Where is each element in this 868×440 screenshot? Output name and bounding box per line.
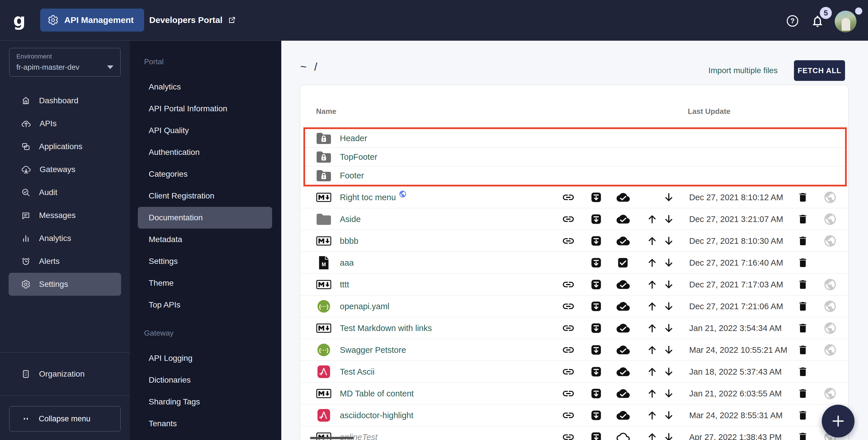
save-icon[interactable] [590, 278, 602, 291]
link-icon[interactable] [562, 234, 575, 247]
globe-icon[interactable] [823, 321, 837, 335]
sidebar-item-alerts[interactable]: Alerts [9, 250, 121, 273]
page-name-link[interactable]: asciidoctor-highlight [340, 410, 413, 420]
settings-nav-item-authentication[interactable]: Authentication [130, 141, 281, 163]
page-name-link[interactable]: tttt [340, 280, 349, 289]
page-name-link[interactable]: Swagger Petstore [340, 345, 406, 354]
move-down-icon[interactable] [663, 345, 674, 355]
api-management-button[interactable]: API Management [40, 9, 144, 32]
move-down-icon[interactable] [663, 279, 674, 290]
settings-nav-item-api-portal-information[interactable]: API Portal Information [130, 98, 281, 120]
trash-icon[interactable] [797, 235, 809, 247]
move-up-icon[interactable] [647, 236, 657, 246]
move-down-icon[interactable] [663, 192, 674, 203]
sidebar-item-audit[interactable]: Audit [9, 181, 121, 204]
save-icon[interactable] [590, 191, 602, 204]
move-up-icon[interactable] [647, 432, 657, 440]
save-icon[interactable] [590, 257, 602, 269]
link-icon[interactable] [562, 212, 575, 226]
trash-icon[interactable] [797, 301, 809, 312]
sidebar-item-dashboard[interactable]: Dashboard [9, 89, 121, 112]
published-check-icon[interactable] [617, 257, 629, 269]
move-down-icon[interactable] [663, 388, 674, 399]
unpublished-cloud-icon[interactable] [617, 431, 630, 440]
page-name-link[interactable]: openapi.yaml [340, 301, 390, 311]
move-up-icon[interactable] [647, 323, 657, 333]
user-avatar[interactable] [835, 11, 857, 32]
save-icon[interactable] [590, 213, 602, 226]
move-up-icon[interactable] [647, 279, 657, 290]
move-up-icon[interactable] [647, 367, 657, 377]
link-icon[interactable] [562, 387, 575, 400]
globe-icon[interactable] [823, 191, 837, 204]
link-icon[interactable] [562, 300, 575, 313]
published-cloud-icon[interactable] [617, 278, 630, 291]
trash-icon[interactable] [797, 366, 809, 377]
move-up-icon[interactable] [647, 301, 657, 311]
page-name-link[interactable]: TopFooter [340, 152, 377, 162]
horizontal-scrollbar-thumb[interactable] [310, 437, 353, 439]
add-page-button[interactable] [822, 405, 855, 437]
page-name-link[interactable]: Right toc menu [340, 193, 396, 202]
trash-icon[interactable] [797, 192, 809, 203]
help-button[interactable]: ? [786, 14, 799, 28]
sidebar-item-analytics[interactable]: Analytics [9, 227, 121, 250]
move-up-icon[interactable] [647, 258, 657, 268]
settings-nav-item-metadata[interactable]: Metadata [130, 229, 281, 250]
link-icon[interactable] [562, 321, 575, 335]
globe-icon[interactable] [823, 300, 837, 313]
import-multiple-files-link[interactable]: Import multiple files [708, 66, 778, 75]
globe-icon[interactable] [823, 343, 837, 357]
breadcrumb[interactable]: ~ / [300, 61, 319, 73]
settings-nav-item-client-registration[interactable]: Client Registration [130, 185, 281, 207]
settings-nav-item-documentation[interactable]: Documentation [138, 207, 272, 229]
trash-icon[interactable] [797, 410, 809, 421]
published-cloud-icon[interactable] [617, 300, 630, 313]
sidebar-item-organization[interactable]: Organization [0, 352, 130, 396]
published-cloud-icon[interactable] [617, 212, 630, 226]
save-icon[interactable] [590, 344, 602, 356]
settings-nav-item-api-logging[interactable]: API Logging [130, 347, 281, 369]
save-icon[interactable] [590, 431, 602, 440]
published-cloud-icon[interactable] [617, 365, 630, 378]
move-down-icon[interactable] [663, 301, 674, 311]
move-down-icon[interactable] [663, 367, 674, 377]
move-down-icon[interactable] [663, 214, 674, 224]
settings-nav-item-analytics[interactable]: Analytics [130, 76, 281, 98]
settings-nav-item-top-apis[interactable]: Top APIs [130, 294, 281, 316]
link-icon[interactable] [562, 431, 575, 440]
globe-icon[interactable] [823, 278, 837, 292]
sidebar-item-messages[interactable]: Messages [9, 204, 121, 227]
published-cloud-icon[interactable] [617, 387, 630, 400]
move-down-icon[interactable] [663, 258, 674, 268]
move-up-icon[interactable] [647, 214, 657, 224]
settings-nav-item-dictionaries[interactable]: Dictionaries [130, 369, 281, 391]
page-name-link[interactable]: Footer [340, 171, 364, 180]
settings-nav-item-categories[interactable]: Categories [130, 163, 281, 185]
page-name-link[interactable]: aaa [340, 258, 353, 267]
collapse-menu-button[interactable]: Collapse menu [9, 406, 121, 431]
save-icon[interactable] [590, 409, 602, 421]
trash-icon[interactable] [797, 279, 809, 290]
move-up-icon[interactable] [647, 345, 657, 355]
trash-icon[interactable] [797, 388, 809, 399]
link-icon[interactable] [562, 409, 575, 422]
page-name-link[interactable]: Aside [340, 214, 361, 224]
link-icon[interactable] [562, 365, 575, 378]
globe-icon[interactable] [823, 234, 837, 248]
trash-icon[interactable] [797, 431, 809, 440]
save-icon[interactable] [590, 365, 602, 378]
settings-nav-item-theme[interactable]: Theme [130, 272, 281, 294]
page-name-link[interactable]: Test Ascii [340, 367, 375, 376]
page-name-link[interactable]: Header [340, 134, 367, 143]
settings-nav-item-sharding-tags[interactable]: Sharding Tags [130, 391, 281, 413]
published-cloud-icon[interactable] [617, 234, 630, 247]
save-icon[interactable] [590, 322, 602, 334]
gravitee-logo[interactable]: g [13, 9, 26, 32]
globe-icon[interactable] [823, 387, 837, 400]
save-icon[interactable] [590, 387, 602, 400]
link-icon[interactable] [562, 278, 575, 291]
trash-icon[interactable] [797, 323, 809, 334]
move-down-icon[interactable] [663, 410, 674, 420]
page-name-link[interactable]: MD Table of content [340, 388, 414, 398]
